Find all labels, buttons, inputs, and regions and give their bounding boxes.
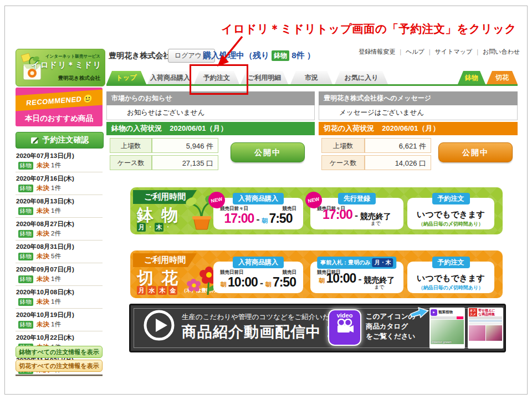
- header-links: 登録情報変更｜ ヘルプ｜ サイトマップ｜ お問い合わせ: [359, 48, 520, 56]
- video-banner-subtitle: 生産のこだわりや管理のコツなどをご紹介いたします: [182, 313, 351, 322]
- tab-arrival-purchase[interactable]: 入荷商品購入: [147, 71, 193, 84]
- order-item[interactable]: 2020年07月13日(月) 鉢物未決1件: [16, 150, 103, 172]
- order-item[interactable]: 2020年07月16日(木) 鉢物未決1件: [16, 172, 103, 195]
- potted-arrival-header: 鉢物の入荷状況2020/06/01（月）: [106, 122, 315, 135]
- logo-brand-name: イロドリ＊ミドリ: [32, 60, 101, 70]
- auction-days: 月・ 木・: [137, 223, 171, 232]
- recommend-caption: 本日のおすすめ商品: [16, 114, 103, 124]
- cutflower-arrival-header: 切花の入荷状況2020/06/01（月）: [319, 122, 518, 135]
- logo-company-name: 豊明花き株式会社: [58, 75, 100, 82]
- thumbnail-meta-bar: [469, 316, 502, 319]
- site-logo[interactable]: インターネット販売サービス イロドリ＊ミドリ 豊明花き株式会社: [16, 49, 105, 86]
- category-badge: 鉢物: [18, 230, 33, 238]
- cutflower-reservation-panel: 予約注文 いつでもできます （納品日毎の〆切時間あり）: [407, 262, 494, 293]
- market-notice-body: お知らせはございません: [106, 105, 315, 120]
- category-badge: 鉢物: [18, 275, 33, 283]
- panel-header: 先行登録: [338, 193, 376, 204]
- status-count: 8件 ）: [291, 50, 315, 61]
- show-all-cutflower-orders-button[interactable]: 切花すべての注文情報を表示: [16, 360, 103, 372]
- potted-cases-label: ケース数: [110, 155, 152, 170]
- annotation-arrow-icon: [212, 33, 247, 70]
- link-contact[interactable]: お問い合わせ: [483, 48, 520, 56]
- cutflower-usage-hours-banner[interactable]: ご利用時間 切 花 月 水 木 金 （木）は豊明のみ 入荷商品購入: [130, 250, 503, 298]
- cutflower-arrival-date: 2020/06/01（月）: [382, 124, 439, 132]
- potted-usage-hours-banner[interactable]: ご利用時間 鉢 物 月・ 木・ NEW 入荷商品購入 競売日前々日競売日 17:…: [130, 187, 503, 234]
- order-item[interactable]: 2020年10月08日(木) 鉢物未決1件: [16, 286, 103, 309]
- show-all-potted-orders-button[interactable]: 鉢物すべての注文情報を表示: [16, 346, 103, 358]
- foliage-photo: Interior green: [431, 320, 464, 344]
- order-item[interactable]: 2020年08月31日(月) 鉢物未決5件: [16, 241, 103, 263]
- potted-cases-value: 27,135 口: [152, 155, 218, 170]
- potted-purchase-hours-panel: NEW 入荷商品購入 競売日前々日競売日 17:00 - 朝 7:50: [213, 198, 303, 229]
- category-badge: 鉢物: [18, 185, 33, 192]
- category-badge: 鉢物: [18, 162, 33, 170]
- category-badge: 鉢物: [18, 298, 33, 306]
- cutflower-cases-value: 14,026 口: [365, 155, 431, 170]
- prebid-days-badge: 月・木: [372, 258, 393, 267]
- tab-favorites[interactable]: お気に入り: [335, 71, 388, 84]
- reservation-confirm-button[interactable]: 予約注文確認: [16, 132, 104, 149]
- panel-header: 予約注文: [432, 257, 470, 268]
- cutflower-open-button[interactable]: 公開中: [438, 142, 513, 162]
- panel-header: 事前入札：豊明のみ 月・木: [317, 257, 396, 269]
- cutflower-prebid-panel: 事前入札：豊明のみ 月・木 競売日前日 朝 10:00 - 競売終了まで: [310, 262, 403, 293]
- instruction-annotation: イロドリ＊ミドリトップ画面の「予約注文」をクリック: [221, 21, 516, 37]
- recommend-banner[interactable]: RECOMMENED 本日のおすすめ商品: [16, 88, 103, 126]
- link-help[interactable]: ヘルプ: [406, 48, 424, 56]
- video-promo-banner[interactable]: 生産のこだわりや管理のコツなどをご紹介いたします 商品紹介動画配信中！ vide…: [129, 304, 506, 352]
- potted-preregistration-panel: NEW 先行登録 競売日前々日 17:00 - 競売終了まで: [310, 198, 403, 229]
- potted-listings-label: 上場数: [110, 138, 152, 153]
- catalog-thumbnail-foliage[interactable]: ▶ 観葉植物 Interior green: [429, 308, 465, 349]
- cutflower-listings-value: 6,621 件: [365, 138, 431, 153]
- tab-market-conditions[interactable]: 市況: [290, 71, 332, 84]
- link-sitemap[interactable]: サイトマップ: [435, 48, 473, 56]
- order-item[interactable]: 2020年10月19日(月) 鉢物未決1件: [16, 309, 103, 331]
- order-item[interactable]: 2020年09月07日(月) 鉢物未決1件: [16, 263, 103, 286]
- order-item[interactable]: 2020年08月27日(木) 鉢物未決2件: [16, 218, 103, 241]
- thumbnail-meta-bar: [431, 316, 464, 319]
- category-badge: 鉢物: [18, 207, 33, 215]
- irodori-midori-top-page: イロドリ＊ミドリトップ画面の「予約注文」をクリック インターネット販売サービス …: [0, 0, 532, 399]
- category-badge: 鉢物: [18, 253, 33, 260]
- tab-potted[interactable]: 鉢物: [458, 71, 485, 84]
- osusume-badge: オス スメ: [469, 308, 477, 316]
- cutflower-listings-label: 上場数: [321, 138, 365, 153]
- panel-header: 入荷商品購入: [233, 193, 284, 204]
- panel-header: 予約注文: [432, 193, 470, 204]
- video-banner-title: 商品紹介動画配信中！: [182, 322, 337, 342]
- video-banner-cta: このアイコンの 商品カタログ をご覧ください: [366, 311, 416, 341]
- smiley-icon: [83, 94, 92, 103]
- video-camera-icon: video: [328, 309, 361, 346]
- panel-header: 入荷商品購入: [233, 257, 284, 268]
- potted-reservation-panel: 予約注文 いつでもできます （納品日毎の〆切時間あり）: [407, 198, 494, 229]
- logo-service-line: インターネット販売サービス: [45, 54, 100, 59]
- cutflower-purchase-hours-panel: 入荷商品購入 競売日前日競売日 朝 10:00 - 朝 7:50: [213, 262, 303, 293]
- message-header: 豊明花き株式会社様へのメッセージ: [319, 91, 518, 105]
- sidebar-divider: [16, 375, 103, 376]
- cutflower-cases-label: ケース数: [321, 155, 365, 170]
- status-category-badge: 鉢物: [272, 50, 289, 61]
- memo-pencil-icon: [30, 136, 39, 145]
- link-account-settings[interactable]: 登録情報変更: [359, 48, 395, 56]
- reservation-order-list: 2020年07月13日(月) 鉢物未決1件 2020年07月16日(木) 鉢物未…: [16, 150, 103, 377]
- blue-arrow-icon: [410, 307, 429, 320]
- potted-arrival-date: 2020/06/01（月）: [170, 124, 227, 132]
- category-badge: 鉢物: [18, 321, 33, 329]
- tab-cutflower[interactable]: 切花: [487, 71, 518, 84]
- catalog-thumbnail-recommend[interactable]: オス スメ 寄せ植えに な商品特集: [468, 308, 503, 349]
- flower-photos: [469, 325, 502, 341]
- order-item[interactable]: 2020年08月13日(木) 鉢物未決1件: [16, 195, 103, 218]
- message-body: メッセージはございません: [319, 105, 518, 120]
- tab-top[interactable]: トップ: [106, 71, 146, 84]
- recommend-ribbon: RECOMMENED: [16, 89, 103, 111]
- potted-open-button[interactable]: 公開中: [231, 142, 305, 162]
- mini-video-icon: ▶: [431, 309, 437, 316]
- potted-listings-value: 5,946 件: [152, 138, 218, 153]
- tabbar-underline: [106, 84, 518, 86]
- play-icon: [143, 309, 175, 341]
